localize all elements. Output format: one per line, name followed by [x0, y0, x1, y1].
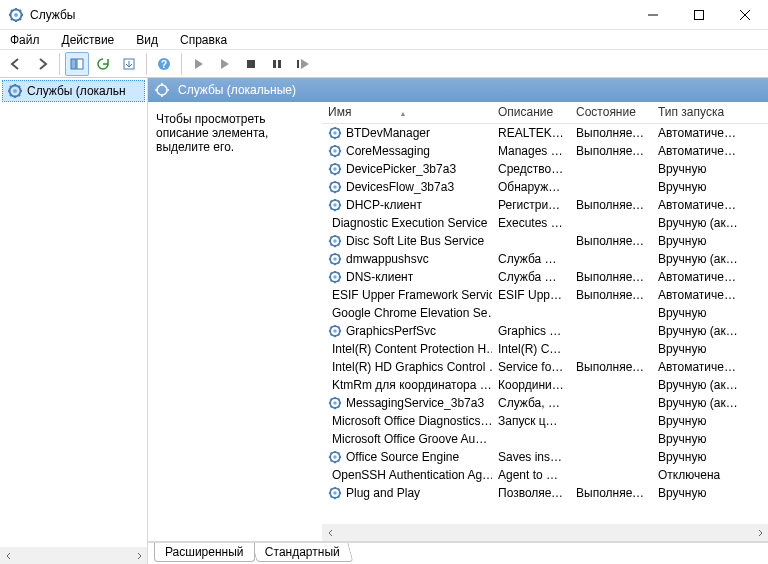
separator	[59, 53, 60, 75]
svg-text:?: ?	[161, 59, 167, 70]
service-desc: Manages c…	[492, 144, 570, 158]
service-state: Выполняется	[570, 270, 652, 284]
col-startup[interactable]: Тип запуска	[652, 102, 744, 123]
maximize-button[interactable]	[676, 0, 722, 29]
col-state[interactable]: Состояние	[570, 102, 652, 123]
gear-icon	[328, 486, 342, 500]
scroll-left-button[interactable]	[0, 547, 17, 564]
service-startup: Вручную	[652, 162, 744, 176]
tab-standard[interactable]: Стандартный	[251, 543, 353, 562]
service-desc: Служба, от…	[492, 396, 570, 410]
table-row[interactable]: Office Source EngineSaves instal…Вручную	[322, 448, 768, 466]
service-name: ESIF Upper Framework Service	[332, 288, 492, 302]
close-button[interactable]	[722, 0, 768, 29]
grid-hscrollbar[interactable]	[322, 524, 768, 541]
svg-rect-2	[695, 10, 704, 19]
table-row[interactable]: ESIF Upper Framework ServiceESIF Upper ……	[322, 286, 768, 304]
service-desc: Служба D…	[492, 270, 570, 284]
menu-action[interactable]: Действие	[58, 31, 119, 49]
table-row[interactable]: BTDevManagerREALTEK Bl…ВыполняетсяАвтома…	[322, 124, 768, 142]
table-row[interactable]: dmwappushsvcСлужба ма…Вручную (ак…	[322, 250, 768, 268]
service-startup: Автоматичес…	[652, 144, 744, 158]
service-name: DevicePicker_3b7a3	[346, 162, 456, 176]
service-name: DHCP-клиент	[346, 198, 422, 212]
gear-icon	[328, 450, 342, 464]
forward-button[interactable]	[30, 52, 54, 76]
scroll-left-button[interactable]	[322, 524, 339, 541]
col-name[interactable]: Имя	[322, 102, 492, 123]
pause-button[interactable]	[265, 52, 289, 76]
service-startup: Автоматичес…	[652, 198, 744, 212]
table-row[interactable]: MessagingService_3b7a3Служба, от…Вручную…	[322, 394, 768, 412]
tab-extended[interactable]: Расширенный	[154, 543, 255, 562]
service-state: Выполняется	[570, 486, 652, 500]
back-button[interactable]	[4, 52, 28, 76]
gear-icon	[328, 270, 342, 284]
service-startup: Вручную (ак…	[652, 396, 744, 410]
service-desc: Средство в…	[492, 162, 570, 176]
table-row[interactable]: Intel(R) HD Graphics Control …Service fo…	[322, 358, 768, 376]
tree-hscrollbar[interactable]	[0, 547, 147, 564]
stop-button[interactable]	[239, 52, 263, 76]
service-desc: Позволяет …	[492, 486, 570, 500]
list-header: Службы (локальные)	[148, 78, 768, 102]
menu-file[interactable]: Файл	[6, 31, 44, 49]
service-desc: Service for I…	[492, 360, 570, 374]
show-hide-tree-button[interactable]	[65, 52, 89, 76]
table-row[interactable]: DNS-клиентСлужба D…ВыполняетсяАвтоматиче…	[322, 268, 768, 286]
table-row[interactable]: Disc Soft Lite Bus ServiceВыполняетсяВру…	[322, 232, 768, 250]
scroll-track[interactable]	[339, 524, 751, 541]
service-name: Intel(R) Content Protection H…	[332, 342, 492, 356]
export-button[interactable]	[117, 52, 141, 76]
list-header-title: Службы (локальные)	[178, 83, 296, 97]
table-row[interactable]: Microsoft Office Groove Au…Вручную	[322, 430, 768, 448]
gear-icon	[328, 234, 342, 248]
menu-help[interactable]: Справка	[176, 31, 231, 49]
svg-rect-3	[71, 59, 76, 69]
table-row[interactable]: OpenSSH Authentication Ag…Agent to h…Отк…	[322, 466, 768, 484]
separator	[181, 53, 182, 75]
service-desc: Запуск цен…	[492, 414, 570, 428]
table-row[interactable]: GraphicsPerfSvcGraphics p…Вручную (ак…	[322, 322, 768, 340]
service-state: Выполняется	[570, 234, 652, 248]
service-startup: Вручную	[652, 180, 744, 194]
start2-button[interactable]	[213, 52, 237, 76]
table-row[interactable]: Plug and PlayПозволяет …ВыполняетсяВручн…	[322, 484, 768, 502]
svg-rect-8	[247, 60, 255, 68]
col-desc[interactable]: Описание	[492, 102, 570, 123]
service-name: Disc Soft Lite Bus Service	[346, 234, 484, 248]
detail-hint: Чтобы просмотреть описание элемента, выд…	[156, 112, 268, 154]
scroll-right-button[interactable]	[130, 547, 147, 564]
menu-view[interactable]: Вид	[132, 31, 162, 49]
service-name: BTDevManager	[346, 126, 430, 140]
refresh-button[interactable]	[91, 52, 115, 76]
grid-header: Имя Описание Состояние Тип запуска	[322, 102, 768, 124]
service-name: Plug and Play	[346, 486, 420, 500]
help-button[interactable]: ?	[152, 52, 176, 76]
table-row[interactable]: DHCP-клиентРегистриру…ВыполняетсяАвтомат…	[322, 196, 768, 214]
table-row[interactable]: Diagnostic Execution ServiceExecutes di……	[322, 214, 768, 232]
service-state: Выполняется	[570, 288, 652, 302]
table-row[interactable]: KtmRm для координатора …Координи…Вручную…	[322, 376, 768, 394]
scroll-track[interactable]	[17, 547, 130, 564]
service-name: KtmRm для координатора …	[332, 378, 492, 392]
minimize-button[interactable]	[630, 0, 676, 29]
restart-button[interactable]	[291, 52, 315, 76]
gear-icon	[328, 324, 342, 338]
svg-point-12	[157, 85, 167, 95]
table-row[interactable]: DevicePicker_3b7a3Средство в…Вручную	[322, 160, 768, 178]
start-button[interactable]	[187, 52, 211, 76]
table-row[interactable]: Intel(R) Content Protection H…Intel(R) C…	[322, 340, 768, 358]
table-row[interactable]: DevicesFlow_3b7a3Обнаруже…Вручную	[322, 178, 768, 196]
table-row[interactable]: CoreMessagingManages c…ВыполняетсяАвтома…	[322, 142, 768, 160]
tree-item-services[interactable]: Службы (локальн	[2, 80, 145, 102]
gear-icon	[328, 144, 342, 158]
scroll-right-button[interactable]	[751, 524, 768, 541]
service-name: MessagingService_3b7a3	[346, 396, 484, 410]
service-startup: Вручную (ак…	[652, 216, 744, 230]
tree-panel: Службы (локальн	[0, 78, 148, 564]
table-row[interactable]: Google Chrome Elevation Se…Вручную	[322, 304, 768, 322]
table-row[interactable]: Microsoft Office Diagnostics…Запуск цен……	[322, 412, 768, 430]
view-tabs: Расширенный Стандартный	[148, 542, 768, 564]
service-name: Google Chrome Elevation Se…	[332, 306, 492, 320]
